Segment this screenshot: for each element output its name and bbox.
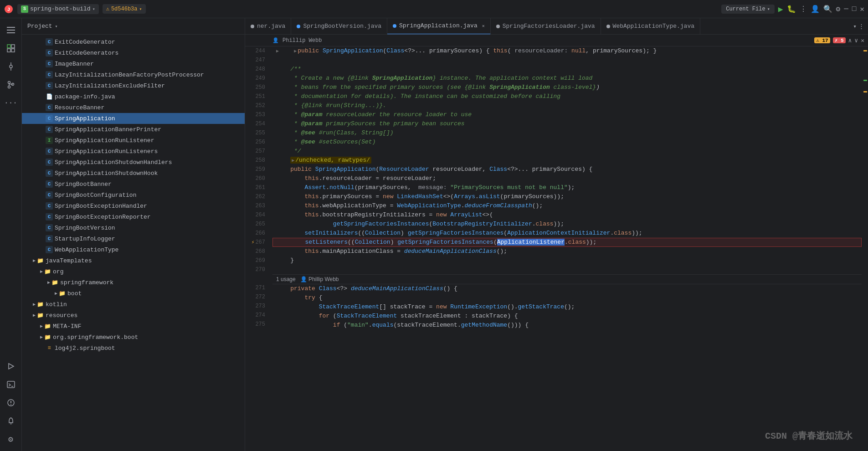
code-line[interactable]: private Class<?> deduceMainApplicationCl…: [272, 284, 862, 293]
search-icon[interactable]: 🔍: [823, 5, 832, 14]
sidebar-item-springbootconfiguration[interactable]: CSpringBootConfiguration: [22, 190, 245, 200]
tab-springbootversion[interactable]: SpringBootVersion.java: [291, 18, 387, 35]
code-content[interactable]: ▶ ▶public SpringApplication(Class<?>... …: [272, 46, 862, 451]
sidebar-item-log4j2-springboot[interactable]: ≡log4j2.springboot: [22, 343, 245, 354]
sidebar-item-lazyinitializationbeanfactorypostprocessor[interactable]: CLazyInitializationBeanFactoryPostProces…: [22, 69, 245, 80]
sidebar-item-boot[interactable]: ▶📁boot: [22, 288, 245, 299]
code-line[interactable]: * @see #run(Class, String[]): [272, 128, 862, 138]
sidebar-item-springapplication[interactable]: CSpringApplication: [22, 113, 245, 124]
close-hints-icon[interactable]: ✕: [861, 37, 864, 44]
tab-webapplicationtype[interactable]: WebApplicationType.java: [601, 18, 700, 35]
code-line[interactable]: */: [272, 147, 862, 156]
more-options-icon[interactable]: ⋮: [800, 5, 807, 14]
code-line[interactable]: this.resourceLoader = resourceLoader;: [272, 174, 862, 183]
code-line[interactable]: ▶/unchecked, rawtypes/: [272, 156, 862, 165]
sidebar-item-springapplicationshutdownhook[interactable]: CSpringApplicationShutdownHook: [22, 168, 245, 179]
debug-icon[interactable]: 🐛: [787, 5, 796, 14]
tab-springapplication[interactable]: SpringApplication.java ✕: [387, 18, 491, 35]
code-line[interactable]: * Create a new {@link SpringApplication}…: [272, 74, 862, 83]
minimize-icon[interactable]: ─: [844, 5, 848, 13]
sidebar-item-webapplicationtype[interactable]: CWebApplicationType: [22, 244, 245, 255]
code-editor[interactable]: 2442472482492502512522532542552562572582…: [245, 46, 868, 451]
sidebar-item-exitcodegenerators[interactable]: CExitCodeGenerators: [22, 47, 245, 58]
problems-icon[interactable]: [3, 395, 19, 411]
code-line[interactable]: this.primarySources = new LinkedHashSet<…: [272, 192, 862, 201]
sidebar-item-springapplicationrunlisteners[interactable]: CSpringApplicationRunListeners: [22, 146, 245, 157]
sidebar-item-imagebanner[interactable]: CImageBanner: [22, 58, 245, 69]
code-line[interactable]: if ("main".equals(stackTraceElement.getM…: [272, 321, 862, 330]
code-line[interactable]: /**: [272, 65, 862, 74]
code-line[interactable]: this.webApplicationType = WebApplication…: [272, 201, 862, 210]
code-line[interactable]: * documentation for details). The instan…: [272, 92, 862, 101]
sidebar-item-org[interactable]: ▶📁org: [22, 266, 245, 277]
code-line[interactable]: * {@link #run(String...)}.: [272, 101, 862, 110]
code-line[interactable]: [272, 265, 862, 274]
sidebar-item-springframework[interactable]: ▶📁springframework: [22, 277, 245, 288]
run-config-icon[interactable]: [3, 358, 19, 374]
code-line[interactable]: try {: [272, 293, 862, 302]
code-line[interactable]: setInitializers((Collection) getSpringFa…: [272, 229, 862, 238]
navigate-down-icon[interactable]: ∨: [854, 37, 858, 44]
sidebar-dropdown-icon[interactable]: ▾: [55, 24, 58, 29]
sidebar-item-resourcebanner[interactable]: CResourceBanner: [22, 102, 245, 113]
settings-sidebar-icon[interactable]: ⚙: [3, 431, 19, 447]
tab-close-icon[interactable]: ✕: [482, 23, 485, 29]
navigate-up-icon[interactable]: ∧: [848, 37, 852, 44]
code-line[interactable]: * @param primarySources the primary bean…: [272, 119, 862, 128]
branch-icon[interactable]: [3, 77, 19, 93]
profile-icon[interactable]: 👤: [811, 5, 820, 14]
code-line[interactable]: 1 usage 👤 Phillip Webb: [272, 274, 862, 284]
sidebar-item-javatemplates[interactable]: ▶📁javaTemplates: [22, 255, 245, 266]
settings-icon[interactable]: ⚙: [836, 5, 841, 14]
sidebar-item-package-info-java[interactable]: 📄package-info.java: [22, 91, 245, 102]
sidebar-item-springapplicationshutdownhandlers[interactable]: CSpringApplicationShutdownHandlers: [22, 157, 245, 168]
code-line[interactable]: * beans from the specified primary sourc…: [272, 83, 862, 92]
sidebar-item-springapplicationbannerprinter[interactable]: CSpringApplicationBannerPrinter: [22, 124, 245, 135]
code-line[interactable]: Assert.notNull(primarySources, message: …: [272, 183, 862, 192]
project-icon-btn[interactable]: [3, 40, 19, 56]
more-tools-icon[interactable]: ···: [3, 95, 19, 111]
sidebar-item-startupinfologger[interactable]: CStartupInfoLogger: [22, 233, 245, 244]
sidebar-item-springbootbanner[interactable]: CSpringBootBanner: [22, 179, 245, 190]
tab-ner[interactable]: ner.java: [245, 18, 291, 35]
sidebar-item-springbootversion[interactable]: CSpringBootVersion: [22, 222, 245, 233]
code-line[interactable]: this.mainApplicationClass = deduceMainAp…: [272, 247, 862, 256]
project-selector[interactable]: S spring-boot-build ▾: [17, 4, 99, 14]
sidebar-item-springapplicationrunlistener[interactable]: ISpringApplicationRunListener: [22, 135, 245, 146]
maximize-icon[interactable]: □: [852, 5, 857, 13]
current-file-button[interactable]: Current File ▾: [721, 5, 774, 14]
tab-overflow-menu[interactable]: ▾ ⋮: [849, 23, 868, 30]
code-line[interactable]: StackTraceElement[] stackTrace = new Run…: [272, 302, 862, 312]
terminal-icon[interactable]: [3, 376, 19, 393]
code-line[interactable]: getSpringFactoriesInstances(BootstrapReg…: [272, 220, 862, 229]
folder-icon: 📁: [58, 290, 66, 297]
gutter-line: 250: [245, 83, 269, 92]
commit-icon[interactable]: [3, 58, 19, 75]
run-button[interactable]: ▶: [778, 4, 783, 14]
code-line[interactable]: }: [272, 256, 862, 265]
indent: [276, 157, 290, 164]
notifications-icon[interactable]: [3, 413, 19, 429]
code-line[interactable]: [272, 56, 862, 65]
sidebar-item-lazyinitializationexcludefilter[interactable]: CLazyInitializationExcludeFilter: [22, 80, 245, 91]
fold-icon[interactable]: ▶: [294, 49, 297, 54]
code-line[interactable]: * @param resourceLoader the resource loa…: [272, 110, 862, 119]
sidebar-item-meta-inf[interactable]: ▶📁META-INF: [22, 321, 245, 332]
sidebar-item-org-springframework-boot[interactable]: ▶📁org.springframework.boot: [22, 332, 245, 343]
close-icon[interactable]: ✕: [860, 5, 864, 14]
tab-springfactoriesloader[interactable]: SpringFactoriesLoader.java: [491, 18, 601, 35]
code-line[interactable]: public SpringApplication(ResourceLoader …: [272, 165, 862, 174]
sidebar-item-springbootexceptionreporter[interactable]: CSpringBootExceptionReporter: [22, 211, 245, 222]
sidebar-item-springbootexceptionhandler[interactable]: CSpringBootExceptionHandler: [22, 200, 245, 211]
highlighted-code-line[interactable]: setListeners((Collection) getSpringFacto…: [272, 238, 862, 247]
code-line[interactable]: * @see #setSources(Set): [272, 138, 862, 147]
fold-icon[interactable]: ▶: [276, 49, 279, 54]
sidebar-toggle-icon[interactable]: [3, 22, 19, 38]
branch-selector[interactable]: ⚠ 5d546b3a ▾: [103, 4, 146, 14]
sidebar-item-kotlin[interactable]: ▶📁kotlin: [22, 299, 245, 310]
code-line[interactable]: ▶ ▶public SpringApplication(Class<?>... …: [272, 46, 862, 56]
code-line[interactable]: for (StackTraceElement stackTraceElement…: [272, 312, 862, 321]
code-line[interactable]: this.bootstrapRegistryInitializers = new…: [272, 210, 862, 220]
sidebar-item-resources[interactable]: ▶📁resources: [22, 310, 245, 321]
sidebar-item-exitcodegenerator[interactable]: CExitCodeGenerator: [22, 36, 245, 47]
